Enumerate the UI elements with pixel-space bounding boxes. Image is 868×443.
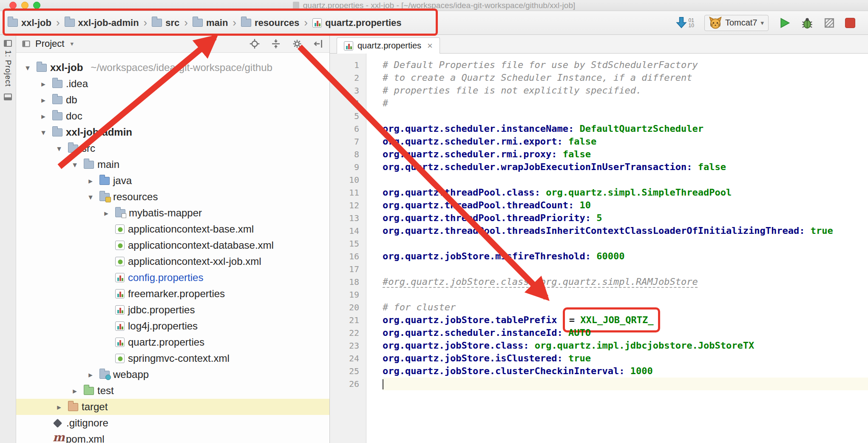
- editor-body[interactable]: 1234567891011121314151617181920212223242…: [330, 54, 868, 443]
- code-token: :: [686, 162, 698, 172]
- folder-package-icon: [115, 209, 125, 217]
- code-token: :: [619, 366, 630, 376]
- bug-icon: [801, 17, 814, 29]
- breadcrumb-item[interactable]: main: [193, 17, 228, 28]
- expand-arrow-icon[interactable]: ▾: [54, 144, 65, 153]
- tree-row[interactable]: ▾main: [16, 156, 329, 173]
- breadcrumb-item[interactable]: xxl-job-admin: [65, 17, 139, 28]
- tree-row[interactable]: ▸db: [16, 92, 329, 108]
- line-number: 11: [330, 186, 366, 199]
- tree-row[interactable]: springmvc-context.xml: [16, 350, 329, 366]
- tree-row[interactable]: config.properties: [16, 270, 329, 286]
- breadcrumb-item[interactable]: quartz.properties: [312, 17, 402, 28]
- debug-button[interactable]: [801, 17, 814, 29]
- expand-arrow-icon[interactable]: ▸: [38, 95, 49, 105]
- code-token: false: [568, 136, 596, 147]
- expand-arrow-icon[interactable]: ▸: [101, 208, 112, 218]
- expand-arrow-icon[interactable]: ▸: [38, 79, 49, 89]
- tree-row[interactable]: freemarker.properties: [16, 286, 329, 302]
- expand-arrow-icon[interactable]: ▸: [85, 176, 96, 186]
- tree-row[interactable]: jdbc.properties: [16, 302, 329, 318]
- code-line: [383, 237, 868, 250]
- tree-row[interactable]: applicationcontext-database.xml: [16, 237, 329, 253]
- tab-quartz-properties[interactable]: quartz.properties ×: [337, 37, 440, 54]
- expand-arrow-icon[interactable]: ▾: [69, 160, 80, 170]
- code-line: # Default Properties file for use by Std…: [383, 59, 868, 71]
- tree-item-label: applicationcontext-xxl-job.xml: [128, 256, 261, 267]
- tree-row[interactable]: ▸test: [16, 383, 329, 399]
- outgoing-badge: 10: [689, 23, 694, 28]
- tree-row[interactable]: ▾xxl-job-admin: [16, 124, 329, 140]
- code-line: org.quartz.jobStore.tablePrefix = XXL_JO…: [383, 314, 868, 327]
- project-panel: Project ▾ ▾xxl-job~/w: [16, 35, 330, 443]
- tree-row[interactable]: ▸webapp: [16, 366, 329, 383]
- breadcrumbs: xxl-job›xxl-job-admin›src›main›resources…: [8, 16, 402, 29]
- tree-row[interactable]: applicationcontext-base.xml: [16, 221, 329, 237]
- tree-row[interactable]: log4j.properties: [16, 318, 329, 334]
- properties-file-icon: [115, 305, 125, 315]
- line-number: 20: [330, 301, 366, 314]
- code-token: true: [811, 225, 833, 236]
- coverage-button[interactable]: [824, 17, 835, 28]
- breadcrumb-item[interactable]: src: [152, 17, 179, 28]
- stop-button[interactable]: [845, 18, 855, 28]
- expand-arrow-icon[interactable]: ▾: [38, 128, 49, 137]
- tree-item-label: quartz.properties: [128, 336, 204, 348]
- tree-row[interactable]: ▸target: [16, 399, 329, 415]
- project-tool-window-button[interactable]: 1: Project: [3, 40, 12, 87]
- expand-arrow-icon[interactable]: ▾: [85, 192, 96, 202]
- tree-row[interactable]: ▾src: [16, 140, 329, 156]
- tree-item-label: test: [97, 385, 114, 397]
- editor-area: quartz.properties × 12345678910111213141…: [330, 35, 868, 443]
- tree-row[interactable]: pom.xml: [16, 431, 329, 443]
- breadcrumb-item[interactable]: xxl-job: [8, 17, 51, 28]
- project-tree[interactable]: ▾xxl-job~/workspaces/idea-git-workspace/…: [16, 53, 329, 443]
- locate-file-icon[interactable]: [250, 39, 260, 49]
- editor-gutter[interactable]: 1234567891011121314151617181920212223242…: [330, 54, 366, 443]
- update-project-button[interactable]: 01 10: [675, 16, 694, 30]
- tool-window-icon[interactable]: [4, 94, 12, 100]
- settings-gear-icon[interactable]: [292, 39, 302, 49]
- close-tab-icon[interactable]: ×: [427, 40, 433, 51]
- expand-arrow-icon[interactable]: ▾: [22, 63, 33, 73]
- tree-item-label: applicationcontext-database.xml: [128, 239, 274, 251]
- tree-row[interactable]: .gitignore: [16, 415, 329, 431]
- tree-row[interactable]: ▾resources: [16, 189, 329, 205]
- tree-row[interactable]: ▸doc: [16, 108, 329, 124]
- breadcrumb-label: quartz.properties: [325, 17, 402, 28]
- tree-row[interactable]: ▸mybatis-mapper: [16, 205, 329, 221]
- run-button[interactable]: [779, 17, 791, 29]
- code-token: DefaultQuartzScheduler: [580, 123, 703, 134]
- tree-row[interactable]: ▸.idea: [16, 76, 329, 92]
- ide-window: quartz.properties - xxl-job - [~/workspa…: [0, 0, 868, 443]
- expand-arrow-icon[interactable]: ▸: [54, 402, 65, 412]
- tree-row[interactable]: quartz.properties: [16, 334, 329, 350]
- breadcrumb-label: src: [165, 17, 179, 28]
- maven-file-icon: [52, 434, 62, 443]
- tree-item-label: springmvc-context.xml: [128, 352, 230, 364]
- code-area[interactable]: # Default Properties file for use by Std…: [366, 54, 868, 443]
- code-token: org.quartz.threadPool.class: [383, 187, 535, 198]
- breadcrumb-item[interactable]: resources: [241, 17, 299, 28]
- folder-icon: [52, 80, 62, 88]
- tree-row[interactable]: applicationcontext-xxl-job.xml: [16, 253, 329, 270]
- code-token: :: [568, 200, 580, 210]
- tree-row[interactable]: ▾xxl-job~/workspaces/idea-git-workspace/…: [16, 60, 329, 76]
- tree-item-label: target: [82, 401, 108, 413]
- tree-row[interactable]: ▸java: [16, 173, 329, 189]
- expand-arrow-icon[interactable]: ▸: [38, 111, 49, 121]
- hide-panel-icon[interactable]: [313, 39, 323, 49]
- expand-arrow-icon[interactable]: ▸: [69, 386, 80, 396]
- code-token: org.quartz.jobStore.class: [383, 340, 523, 351]
- tree-item-label: main: [97, 159, 119, 170]
- run-config-selector[interactable]: Tomcat7 ▾: [704, 15, 769, 31]
- code-line: org.quartz.scheduler.rmi.proxy: false: [383, 148, 868, 161]
- collapse-all-icon[interactable]: [271, 39, 281, 49]
- line-number: 25: [330, 365, 366, 378]
- breadcrumb-label: xxl-job-admin: [78, 17, 139, 28]
- project-view-dropdown-icon[interactable]: ▾: [70, 40, 74, 48]
- expand-arrow-icon[interactable]: ▸: [85, 370, 96, 380]
- code-line: # to create a Quartz Scheduler Instance,…: [383, 71, 868, 84]
- code-token: :: [557, 136, 569, 147]
- line-number: 10: [330, 173, 366, 186]
